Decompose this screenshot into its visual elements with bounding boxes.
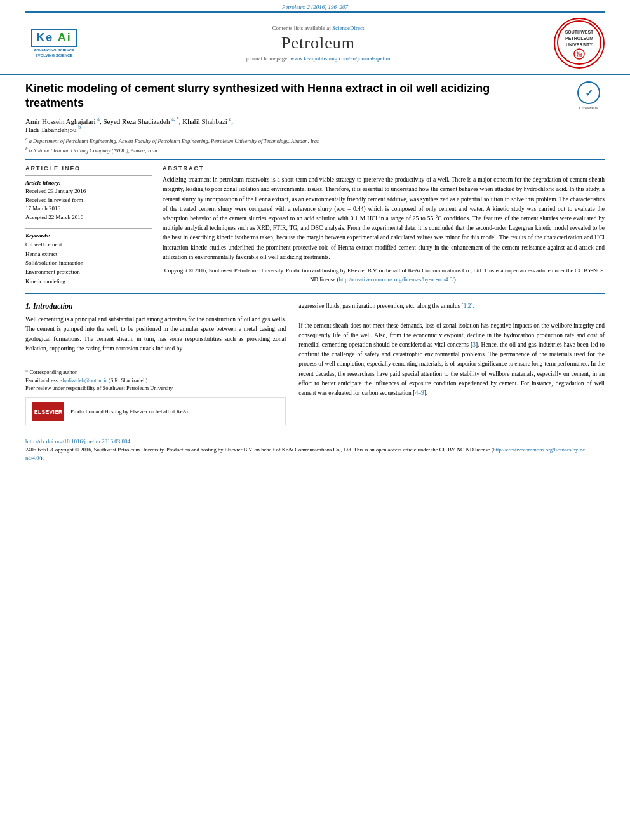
- keywords-label: Keywords:: [25, 232, 152, 239]
- author-1-sup: a: [97, 116, 100, 122]
- issn-cc-link[interactable]: http://creativecommons.org/licenses/by-n…: [25, 446, 587, 461]
- intro-right-text: aggressive fluids, gas migration prevent…: [298, 302, 605, 398]
- journal-ref-text: Petroleum 2 (2016) 196–207: [282, 4, 348, 10]
- email-address: shadizadeh@put.ac.ir: [60, 377, 107, 383]
- info-divider: [25, 175, 152, 176]
- page-bottom: http://dx.doi.org/10.1016/j.petlm.2016.0…: [0, 432, 630, 466]
- footnote-section: * Corresponding author. E-mail address: …: [25, 364, 286, 392]
- abstract-column: ABSTRACT Acidizing treatment in petroleu…: [163, 165, 605, 286]
- svg-text:油: 油: [577, 51, 582, 57]
- introduction-section: 1. Introduction Well cementing is a prin…: [25, 302, 605, 425]
- keyword-3: Solid/solution interaction: [25, 258, 152, 267]
- sciencedirect-link[interactable]: ScienceDirect: [332, 25, 364, 31]
- copyright-line: Copyright © 2016, Southwest Petroleum Un…: [163, 266, 605, 284]
- journal-reference: Petroleum 2 (2016) 196–207: [0, 0, 630, 11]
- peer-review-note: Peer review under responsibility of Sout…: [25, 384, 286, 392]
- keyword-5: Kinetic modeling: [25, 277, 152, 286]
- revised-date: 17 March 2016: [25, 205, 60, 211]
- elsevier-logo-svg: ELSEVIER: [34, 403, 63, 420]
- copyright-text: Copyright © 2016, Southwest Petroleum Un…: [164, 267, 603, 283]
- journal-center: Contents lists available at ScienceDirec…: [83, 25, 554, 62]
- ke-ai-logo: Ke Ai ADVANCING SCIENCEEVOLVING SCIENCE: [25, 29, 83, 58]
- intro-right-col: aggressive fluids, gas migration prevent…: [298, 302, 605, 425]
- doi-link[interactable]: http://dx.doi.org/10.1016/j.petlm.2016.0…: [25, 438, 130, 444]
- intro-left-text: Well cementing is a principal and substa…: [25, 315, 286, 354]
- cc-license-link[interactable]: http://creativecommons.org/licenses/by-n…: [338, 276, 453, 283]
- homepage-label: journal homepage:: [246, 55, 289, 62]
- corresponding-note: * Corresponding author.: [25, 368, 286, 377]
- issn-line: 2405-6561 /Copyright © 2016, Southwest P…: [25, 446, 605, 462]
- svg-text:PETROLEUM: PETROLEUM: [565, 36, 593, 41]
- article-info-column: ARTICLE INFO Article history: Received 2…: [25, 165, 152, 286]
- author-4: Hadi Tabandehjou: [25, 126, 77, 133]
- corresponding-text: * Corresponding author.: [25, 369, 77, 375]
- journal-title: Petroleum: [83, 34, 554, 53]
- email-note: E-mail address: shadizadeh@put.ac.ir (S.…: [25, 377, 286, 385]
- abstract-text: Acidizing treatment in petroleum reservo…: [163, 175, 605, 284]
- elsevier-text: Production and Hosting by Elsevier on be…: [70, 408, 188, 415]
- homepage-link[interactable]: www.keaipublishing.com/en/journals/petlm: [290, 55, 390, 62]
- email-link[interactable]: shadizadeh@put.ac.ir: [60, 377, 107, 383]
- history-label: Article history:: [25, 180, 152, 186]
- journal-header: Ke Ai ADVANCING SCIENCEEVOLVING SCIENCE …: [0, 13, 630, 75]
- received-revised: Received in revised form 17 March 2016: [25, 196, 152, 213]
- ke-text: Ke: [36, 31, 53, 44]
- circle-logo-text: SOUTHWEST PETROLEUM UNIVERSITY 油: [554, 18, 605, 69]
- ke-ai-logo-box: Ke Ai: [31, 29, 76, 47]
- author-2-sup: a, *: [171, 116, 179, 122]
- abstract-label: ABSTRACT: [163, 165, 605, 171]
- crossmark-icon: ✓: [577, 81, 600, 104]
- svg-text:UNIVERSITY: UNIVERSITY: [566, 43, 593, 47]
- crossmark-section: ✓ CrossMark: [573, 81, 605, 110]
- article-body: Kinetic modeling of cement slurry synthe…: [0, 75, 630, 432]
- journal-homepage: journal homepage: www.keaipublishing.com…: [83, 55, 554, 62]
- ref-1-link[interactable]: 1,2: [464, 303, 471, 309]
- article-title-section: Kinetic modeling of cement slurry synthe…: [25, 81, 605, 111]
- ref-4-9-link[interactable]: 4–9: [415, 390, 424, 396]
- author-2: Seyed Reza Shadizadeh: [103, 117, 170, 124]
- intro-heading: 1. Introduction: [25, 302, 286, 311]
- keyword-4: Environment protection: [25, 267, 152, 276]
- two-column-section: ARTICLE INFO Article history: Received 2…: [25, 159, 605, 286]
- affiliation-b: b b National Iranian Drilling Company (N…: [25, 145, 605, 155]
- accepted-date: Accepted 22 March 2016: [25, 213, 152, 222]
- issn-text: 2405-6561 /Copyright © 2016, Southwest P…: [25, 446, 587, 461]
- intro-left-body: Well cementing is a principal and substa…: [25, 316, 286, 352]
- keywords-section: Keywords: Oil well cement Henna extract …: [25, 228, 152, 286]
- elsevier-logo: ELSEVIER: [32, 402, 64, 421]
- svg-text:ELSEVIER: ELSEVIER: [34, 409, 63, 415]
- keyword-1: Oil well cement: [25, 240, 152, 249]
- author-4-sup: b: [78, 124, 81, 130]
- svg-text:SOUTHWEST: SOUTHWEST: [565, 30, 594, 34]
- ke-ai-subtitle: ADVANCING SCIENCEEVOLVING SCIENCE: [34, 48, 74, 58]
- affiliation-b-text: b National Iranian Drilling Company (NID…: [29, 147, 158, 154]
- elsevier-footer: ELSEVIER Production and Hosting by Elsev…: [25, 397, 286, 425]
- abstract-body: Acidizing treatment in petroleum reservo…: [163, 177, 605, 260]
- contents-label: Contents lists available at: [272, 25, 331, 31]
- authors: Amir Hossein Aghajafari a, Seyed Reza Sh…: [25, 116, 605, 133]
- author-1: Amir Hossein Aghajafari: [25, 117, 96, 124]
- affiliation-a-text: a Department of Petroleum Engineering, A…: [29, 138, 320, 144]
- affiliations: a a Department of Petroleum Engineering,…: [25, 136, 605, 154]
- received-revised-text: Received in revised form: [25, 197, 83, 203]
- keyword-2: Henna extract: [25, 250, 152, 258]
- article-info-label: ARTICLE INFO: [25, 165, 152, 171]
- article-title: Kinetic modeling of cement slurry synthe…: [25, 81, 546, 111]
- email-name: (S.R. Shadizadeh).: [109, 377, 149, 383]
- intro-left-col: 1. Introduction Well cementing is a prin…: [25, 302, 286, 425]
- ref-3-link[interactable]: 3: [473, 342, 476, 348]
- affiliation-a: a a Department of Petroleum Engineering,…: [25, 136, 605, 145]
- crossmark-label: CrossMark: [573, 105, 605, 110]
- author-3: Khalil Shahbazi: [182, 117, 227, 124]
- email-label: E-mail address:: [25, 377, 59, 383]
- journal-logo-svg: SOUTHWEST PETROLEUM UNIVERSITY 油: [556, 20, 602, 65]
- received-date: Received 23 January 2016: [25, 187, 152, 196]
- contents-available: Contents lists available at ScienceDirec…: [83, 25, 554, 31]
- author-3-sup: a: [229, 116, 232, 122]
- keywords-divider: [25, 228, 152, 229]
- section-divider: [25, 293, 605, 294]
- ai-text: Ai: [58, 31, 72, 44]
- journal-circle-logo: SOUTHWEST PETROLEUM UNIVERSITY 油: [554, 18, 605, 69]
